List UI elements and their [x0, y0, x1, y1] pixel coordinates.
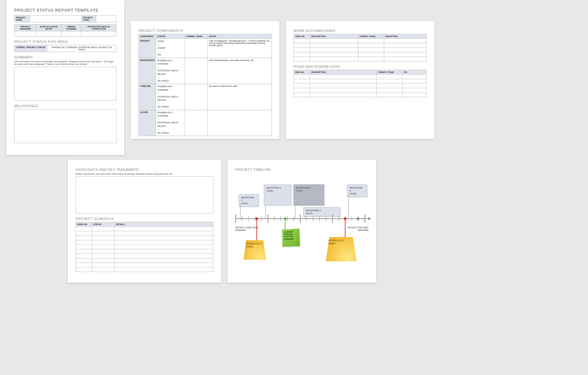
input-date-status-entry[interactable]	[36, 31, 61, 36]
connector-line	[295, 205, 295, 218]
cell-notes[interactable]: New developments, new team members, etc.	[208, 58, 272, 84]
section-schedule: PROJECT SCHEDULE	[76, 217, 213, 221]
table-row[interactable]	[294, 84, 427, 88]
current-position-dot-icon	[284, 217, 286, 220]
label-project-code: PROJECT CODE	[82, 16, 96, 22]
roadblock-dot-icon	[344, 217, 346, 220]
tick-icon	[235, 214, 236, 223]
connector-line	[265, 205, 266, 218]
start-date: 00/00/0000	[235, 229, 258, 232]
cell-component: RESOURCES	[139, 58, 156, 84]
tick-icon	[242, 216, 242, 221]
roadblock-connector-line	[345, 220, 346, 238]
milestone-box-4: MILESTONE 4 Details	[303, 207, 340, 217]
table-row[interactable]	[76, 254, 213, 258]
table-row[interactable]	[294, 88, 427, 93]
table-row[interactable]	[294, 57, 427, 61]
table-row[interactable]	[76, 227, 213, 231]
highlights-input[interactable]	[76, 176, 213, 214]
input-project-code[interactable]	[96, 16, 117, 22]
tick-icon	[319, 216, 320, 221]
start-label-text: PROJECT START DATE	[235, 226, 258, 229]
cell-owner[interactable]	[185, 110, 208, 136]
table-row[interactable]	[76, 245, 213, 249]
current-l4: 00/00/0000	[284, 238, 298, 241]
input-project-name[interactable]	[30, 16, 82, 22]
connector-line	[348, 195, 349, 218]
cell-notes[interactable]: On track to final launch date	[208, 84, 272, 110]
col-notes: NOTES	[208, 34, 272, 39]
cell-status[interactable]: ROADBLOCK / OVERAGE – POTENTIAL RISKS / …	[156, 58, 185, 84]
milestones-input[interactable]	[14, 109, 117, 143]
section-milestones: MILESTONES	[14, 104, 117, 108]
table-row[interactable]	[76, 240, 213, 245]
table-row[interactable]	[76, 236, 213, 240]
tick-icon	[365, 214, 365, 223]
table-row[interactable]	[76, 267, 213, 272]
summary-hint: Enter information here about overall sta…	[14, 60, 117, 66]
input-period-covered[interactable]	[61, 31, 81, 36]
tick-icon	[255, 216, 255, 221]
cell-component: TIMELINE	[139, 84, 156, 110]
milestone-title: MILESTONE 1	[241, 196, 256, 202]
cell-owner[interactable]	[185, 84, 208, 110]
work-table: TASK NO. DESCRIPTION OWNER / TEAM RECEPT…	[294, 34, 427, 61]
table-row[interactable]	[294, 93, 427, 97]
table-row[interactable]	[294, 79, 427, 84]
overall-status-bar: OVERALL PROJECT STATUS ROADBLOCK / OVERA…	[14, 45, 117, 52]
cell-owner[interactable]	[185, 39, 208, 58]
col-status: STATUS	[156, 34, 185, 39]
cell-status[interactable]: ROADBLOCK / OVERAGE – POTENTIAL RISKS / …	[156, 84, 185, 110]
col-owner: OWNER / TEAM	[358, 34, 384, 39]
milestone-box-3: MILESTONE 3 Details	[294, 184, 324, 205]
roadblock-title: ROADBLOCK 2	[328, 239, 354, 242]
label-date-status-entry: DATE OF STATUS ENTRY	[36, 25, 61, 31]
milestone-detail: Details	[266, 189, 289, 192]
label-projected-completion: PROJECTED DATE OF COMPLETION	[81, 25, 117, 31]
cell-owner[interactable]	[185, 58, 208, 84]
col-description: DESCRIPTION	[310, 70, 377, 75]
col-component: COMPONENT	[139, 34, 156, 39]
input-project-manager[interactable]	[15, 31, 36, 36]
table-row[interactable]	[76, 263, 213, 267]
label-project-manager: PROJECT MANAGER	[15, 25, 36, 31]
roadblock-1: ROADBLOCK 1 Details	[243, 240, 266, 260]
col-status: STATUS	[92, 222, 115, 227]
table-row: TIMELINE ROADBLOCK / OVERAGE – POTENTIAL…	[139, 84, 272, 110]
tick-icon	[274, 216, 274, 221]
table-row[interactable]	[294, 48, 427, 52]
label-project-name: PROJECT NAME	[15, 16, 30, 22]
cell-notes[interactable]	[208, 110, 272, 136]
col-reception: RECEPTION	[384, 34, 426, 39]
table-row[interactable]	[294, 43, 427, 48]
table-row[interactable]	[294, 75, 427, 79]
table-row[interactable]	[294, 39, 427, 43]
summary-input[interactable]	[14, 67, 117, 101]
label-period-covered: PERIOD COVERED	[61, 25, 81, 31]
table-row[interactable]	[76, 231, 213, 236]
page-title: PROJECT STATUS REPORT TEMPLATE	[14, 8, 117, 13]
section-project-status: PROJECT STATUS THIS WEEK	[14, 40, 117, 44]
current-position-note: CURRENT TIMELINE POSITION 00/00/0000	[282, 229, 300, 247]
table-row[interactable]	[76, 249, 213, 254]
section-project-components: PROJECT COMPONENTS	[139, 29, 272, 33]
cell-notes[interactable]: Call out highlights: "Exceptional work,"…	[208, 39, 272, 58]
overall-status-options[interactable]: ROADBLOCK / OVERAGE | POTENTIAL RISKS / …	[47, 45, 116, 52]
table-row: RESOURCES ROADBLOCK / OVERAGE – POTENTIA…	[139, 58, 272, 84]
project-header-table-2: PROJECT MANAGER DATE OF STATUS ENTRY PER…	[14, 24, 117, 36]
highlights-hint: Bullets of great work, who owns what, wh…	[76, 173, 213, 175]
tick-icon	[306, 216, 307, 221]
cell-status[interactable]: OVER – UNDER – ON	[156, 39, 185, 58]
milestone-title: MILESTONE 4	[306, 209, 338, 212]
table-row[interactable]	[76, 258, 213, 263]
milestone-detail: Details	[350, 192, 365, 195]
input-projected-completion[interactable]	[81, 31, 117, 36]
milestone-box-2: MILESTONE 2 Details	[264, 184, 291, 205]
page-highlights-schedule: HIGHLIGHTS AND KEY TAKEAWAYS Bullets of …	[68, 160, 221, 283]
table-row[interactable]	[294, 52, 427, 57]
end-label: PROJECT END DATE 00/00/0000	[348, 226, 368, 232]
roadblock-connector-line	[256, 220, 257, 241]
table-row: SCOPE ROADBLOCK / OVERAGE – POTENTIAL RI…	[139, 110, 272, 136]
cell-status[interactable]: ROADBLOCK / OVERAGE – POTENTIAL RISKS / …	[156, 110, 185, 136]
tick-icon	[268, 214, 268, 223]
